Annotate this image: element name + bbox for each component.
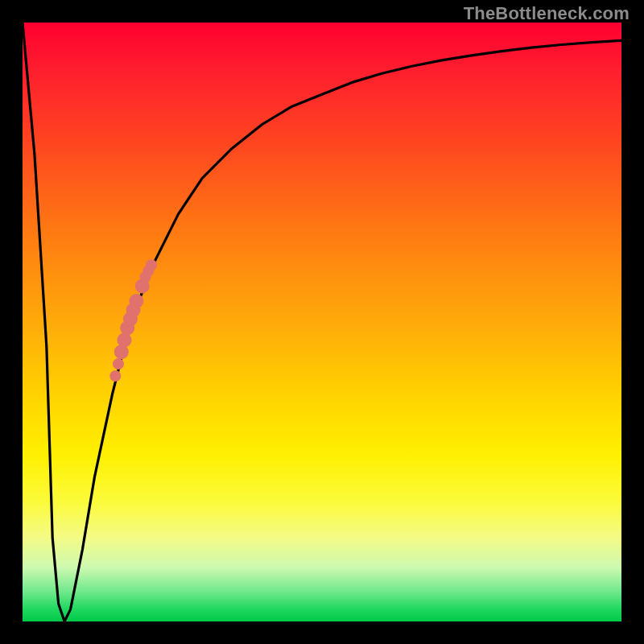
- plot-area: [23, 23, 621, 621]
- attribution-label: TheBottleneck.com: [464, 3, 630, 24]
- highlight-dot: [113, 358, 124, 369]
- highlight-dot: [109, 370, 121, 382]
- highlight-dot: [129, 294, 143, 308]
- highlight-dots: [23, 23, 621, 621]
- chart-container: TheBottleneck.com: [0, 0, 644, 644]
- highlight-dot: [146, 259, 157, 270]
